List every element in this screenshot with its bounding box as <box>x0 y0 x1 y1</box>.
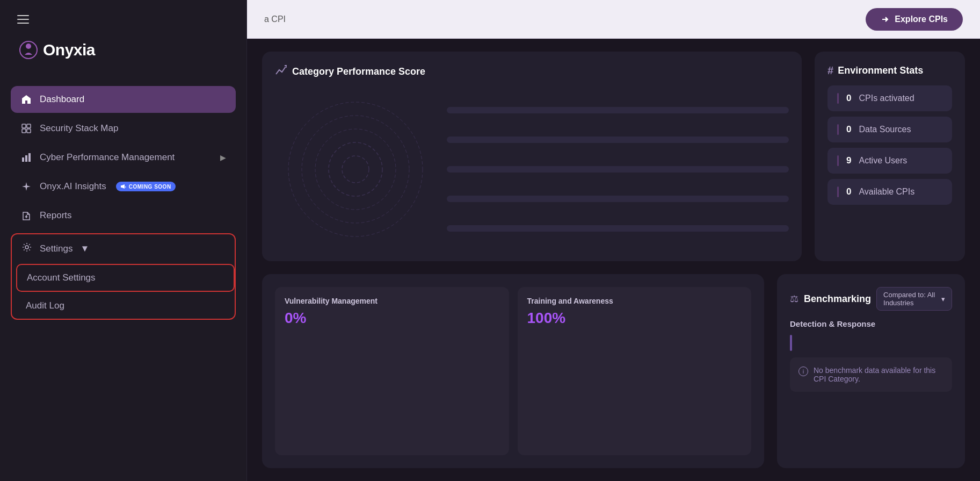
svg-point-9 <box>25 246 28 249</box>
svg-point-13 <box>329 142 382 196</box>
stat-datasources-label: Data Sources <box>859 125 911 134</box>
audit-log-label: Audit Log <box>26 300 64 311</box>
hamburger-menu-button[interactable] <box>15 13 31 26</box>
svg-rect-4 <box>22 129 26 133</box>
sidebar-header <box>0 0 246 37</box>
score-bar-track <box>447 137 789 143</box>
sidebar-item-security-stack-map[interactable]: Security Stack Map <box>11 115 236 142</box>
stat-datasources-value: 0 <box>846 124 851 135</box>
env-stats-header: # Environment Stats <box>827 64 952 77</box>
radar-svg <box>280 94 431 245</box>
sidebar-item-onyx-ai[interactable]: Onyx.AI Insights COMING SOON <box>11 173 236 200</box>
mini-card-vuln: Vulnerability Management 0% <box>275 287 509 455</box>
settings-label: Settings <box>40 243 72 254</box>
stat-available-cpis: 0 Available CPIs <box>827 179 952 205</box>
svg-rect-3 <box>27 124 31 128</box>
stat-divider <box>837 124 839 135</box>
benchmarking-dropdown[interactable]: Compared to: All Industries ▾ <box>876 287 952 311</box>
bench-no-data-text: No benchmark data available for this CPI… <box>814 366 943 383</box>
coming-soon-badge: COMING SOON <box>116 182 176 191</box>
bench-no-data: i No benchmark data available for this C… <box>790 357 952 392</box>
stat-cpis-label: CPIs activated <box>859 94 914 103</box>
svg-point-10 <box>288 102 423 236</box>
info-icon: i <box>798 367 808 376</box>
bench-dropdown-label: Compared to: All Industries <box>883 291 938 307</box>
svg-point-1 <box>26 44 31 49</box>
svg-rect-8 <box>28 153 31 162</box>
sidebar-item-settings[interactable]: Settings ▼ <box>12 234 235 263</box>
score-bar-1 <box>447 107 789 113</box>
sidebar-reports-label: Reports <box>40 210 72 221</box>
stat-cpis-activated: 0 CPIs activated <box>827 85 952 111</box>
score-bar-track <box>447 107 789 113</box>
arrow-right-icon <box>881 15 889 24</box>
explore-cpis-label: Explore CPIs <box>895 15 948 24</box>
file-upload-icon <box>20 210 32 221</box>
stat-active-users: 9 Active Users <box>827 148 952 174</box>
content-area: Category Performance Score <box>247 39 980 481</box>
stat-divider <box>837 186 839 197</box>
score-bar-4 <box>447 196 789 202</box>
mini-card-training: Training and Awareness 100% <box>518 287 752 455</box>
score-bar-3 <box>447 166 789 173</box>
cps-content <box>275 90 789 248</box>
cps-card-title: Category Performance Score <box>292 66 425 77</box>
benchmarking-title: Benchmarking <box>804 293 871 305</box>
score-bars <box>447 90 789 248</box>
radar-chart <box>275 90 436 248</box>
hash-icon: # <box>827 64 833 77</box>
svg-point-11 <box>302 116 409 223</box>
sidebar-item-account-settings[interactable]: Account Settings <box>16 264 235 292</box>
settings-section: Settings ▼ Account Settings Audit Log <box>11 233 236 320</box>
chevron-right-icon: ▶ <box>220 153 226 162</box>
bench-header: ⚖ Benchmarking Compared to: All Industri… <box>790 287 952 311</box>
logo-icon <box>19 41 38 59</box>
sidebar-item-audit-log[interactable]: Audit Log <box>12 293 235 319</box>
vuln-card-value: 0% <box>285 310 499 327</box>
top-row: Category Performance Score <box>262 52 965 261</box>
sidebar-item-dashboard[interactable]: Dashboard <box>11 86 236 113</box>
bar-chart-icon <box>20 152 32 163</box>
home-icon <box>20 94 32 105</box>
svg-rect-2 <box>22 124 26 128</box>
explore-cpis-button[interactable]: Explore CPIs <box>866 8 963 31</box>
sparkle-icon <box>20 181 32 192</box>
account-settings-label: Account Settings <box>27 272 96 283</box>
stat-cpis-value: 0 <box>846 93 851 104</box>
stat-divider <box>837 155 839 166</box>
env-stats-card: # Environment Stats 0 CPIs activated 0 D… <box>815 52 965 261</box>
grid-icon <box>20 123 32 134</box>
score-bar-track <box>447 225 789 232</box>
score-bar-2 <box>447 137 789 143</box>
scale-icon: ⚖ <box>790 293 798 305</box>
sidebar-cyber-label: Cyber Performance Management <box>40 152 175 163</box>
score-bar-5 <box>447 225 789 232</box>
chart-line-icon <box>275 64 287 79</box>
sidebar-nav: Dashboard Security Stack Map <box>0 75 246 481</box>
gear-icon <box>21 242 32 255</box>
env-stats-title: Environment Stats <box>838 65 923 76</box>
bench-section-title: Detection & Response <box>790 319 952 328</box>
stat-activeusers-value: 9 <box>846 155 851 166</box>
breadcrumb: a CPI <box>264 15 286 24</box>
main-content: a CPI Explore CPIs <box>247 0 980 481</box>
sidebar-item-reports[interactable]: Reports <box>11 202 236 229</box>
logo: Onyxia <box>4 41 246 75</box>
mini-cards-row: Vulnerability Management 0% Training and… <box>275 287 751 455</box>
stat-availablecpis-label: Available CPIs <box>859 187 914 197</box>
sidebar-dashboard-label: Dashboard <box>40 94 84 105</box>
cps-card: Category Performance Score <box>262 52 802 261</box>
score-bar-track <box>447 196 789 202</box>
svg-rect-7 <box>25 155 27 162</box>
sidebar: Onyxia Dashboard Security Stack <box>0 0 247 481</box>
cps-card-header: Category Performance Score <box>275 64 789 79</box>
stat-activeusers-label: Active Users <box>859 156 907 166</box>
stat-availablecpis-value: 0 <box>846 186 851 197</box>
training-card-title: Training and Awareness <box>527 297 742 305</box>
chevron-down-icon: ▾ <box>941 295 945 303</box>
svg-rect-5 <box>27 129 31 133</box>
logo-text: Onyxia <box>43 41 95 59</box>
svg-point-14 <box>342 156 369 183</box>
sidebar-item-cyber-performance[interactable]: Cyber Performance Management ▶ <box>11 144 236 171</box>
training-card-value: 100% <box>527 310 742 327</box>
